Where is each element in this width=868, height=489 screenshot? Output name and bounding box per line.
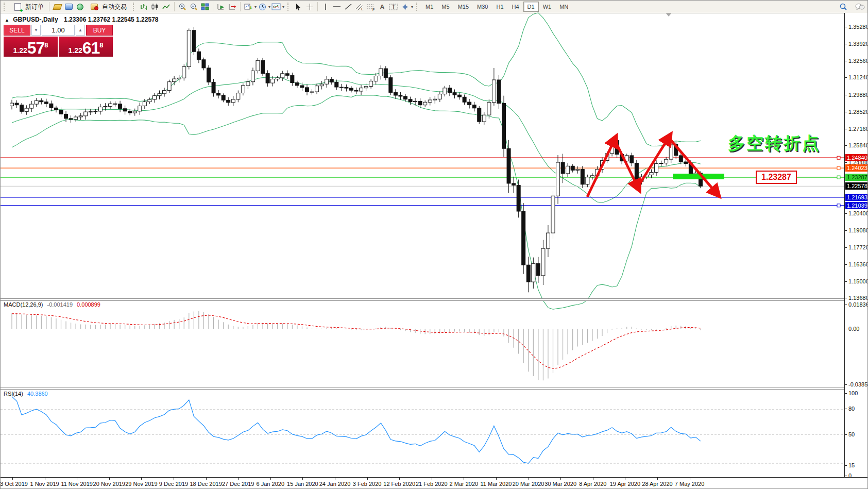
candle-body [369,81,373,86]
date-label: 21 Feb 2020 [416,481,448,487]
buy-button[interactable]: BUY [86,25,113,36]
candle-body [261,60,265,73]
auto-scroll-icon[interactable] [215,2,227,12]
arrows-tool-icon[interactable] [399,2,411,12]
tile-windows-icon[interactable] [199,2,211,12]
chat-icon[interactable] [854,2,865,12]
hline-anchor-1.24023[interactable] [837,166,840,170]
zoom-in-icon[interactable] [177,2,188,12]
price-tick [845,27,847,27]
candle-body [546,233,550,248]
metaeditor-icon[interactable] [52,2,63,12]
autotrading-button[interactable]: 自动交易 [86,2,130,12]
timeframe-M1[interactable]: M1 [421,2,437,12]
new-order-button[interactable]: 新订单 [9,2,47,12]
sell-price[interactable]: 1.22578 [4,37,58,57]
zigzag-segment[interactable] [669,138,717,193]
terminal-icon[interactable] [63,2,74,12]
fibonacci-tool-icon[interactable]: F [365,2,377,12]
timeframe-group: M1M5M15M30H1H4D1W1MN [421,2,572,12]
svg-text:+: + [249,5,252,10]
turning-point-annotation[interactable]: 多空转折点 [728,132,821,155]
green-highlight-box[interactable] [673,174,724,179]
candle-body [315,86,319,92]
candle-body [448,88,451,93]
text-tool-icon[interactable]: A [377,2,388,12]
buy-price[interactable]: 1.22618 [59,37,113,57]
channel-tool-icon[interactable]: E [354,2,365,12]
timeframe-W1[interactable]: W1 [539,2,556,12]
volume-increase-button[interactable]: ▲ [76,25,85,36]
svg-text:T: T [392,4,395,10]
price-axis[interactable]: 1.352801.339201.325601.312401.298801.285… [844,13,868,477]
candle-body [163,91,166,94]
candle-body [54,108,58,110]
line-chart-icon[interactable] [161,2,172,12]
zigzag-segment[interactable] [638,138,669,187]
candle-body [517,186,520,211]
candle-body [458,95,462,97]
collapse-panel-icon[interactable]: ▲ [5,18,9,23]
candle-body [182,66,186,78]
price-callout-label[interactable]: 1.23287 [756,171,797,184]
profiles-icon[interactable] [257,2,268,12]
timeframe-M30[interactable]: M30 [473,2,492,12]
search-icon[interactable] [838,2,849,12]
timeframe-M15[interactable]: M15 [454,2,473,12]
toolbar-grip[interactable] [4,3,7,11]
date-axis[interactable]: 23 Oct 20191 Nov 201911 Nov 201920 Nov 2… [1,477,868,489]
chart-shift-marker[interactable] [666,13,671,16]
candle-body [310,92,314,92]
volume-decrease-button[interactable]: ▼ [31,25,41,36]
volume-input[interactable]: 1.00 [42,25,75,36]
templates-icon[interactable] [270,2,282,12]
news-icon[interactable] [74,2,86,12]
svg-text:F: F [372,8,375,11]
new-order-label: 新订单 [25,3,44,11]
bar-chart-icon[interactable] [138,2,149,12]
date-label: 1 Nov 2019 [30,481,59,487]
hline-anchor-1.24840[interactable] [837,156,840,159]
zigzag-segment[interactable] [615,140,638,187]
timeframe-H4[interactable]: H4 [508,2,523,12]
candle-body [15,103,19,105]
candle-body [49,104,53,108]
price-tick [845,61,847,61]
candle-body [335,82,338,87]
new-chart-icon[interactable]: + [243,2,254,12]
timeframe-D1[interactable]: D1 [523,2,539,12]
arrows-dropdown[interactable]: ▾ [411,5,413,9]
candle-body [281,74,284,78]
chart-shift-icon[interactable] [227,2,238,12]
date-tick [593,478,593,480]
candle-body [669,144,673,159]
cursor-icon[interactable] [293,2,304,12]
candle-body [44,102,48,104]
hline-anchor-1.23287[interactable] [837,176,840,179]
templates-dropdown[interactable]: ▾ [282,5,284,9]
timeframe-M5[interactable]: M5 [437,2,453,12]
candle-body [502,104,506,149]
sell-button[interactable]: SELL [4,25,30,36]
ohlc-values: 1.23306 1.23762 1.22545 1.22578 [64,16,159,23]
timeframe-MN[interactable]: MN [555,2,572,12]
candle-body [20,105,24,112]
text-label-tool-icon[interactable]: T [388,2,399,12]
timeframe-H1[interactable]: H1 [492,2,507,12]
candle-body [74,117,78,120]
candle-body [665,159,668,163]
main-chart[interactable] [1,13,845,299]
rsi-panel[interactable] [1,389,845,477]
candle-body [409,99,412,102]
trendline-tool-icon[interactable] [343,2,354,12]
zoom-out-icon[interactable] [188,2,199,12]
hline-anchor-1.21039[interactable] [837,204,840,207]
crosshair-icon[interactable] [304,2,315,12]
macd-panel[interactable] [1,300,845,387]
price-tick [845,264,847,265]
horizontal-line-tool-icon[interactable] [331,2,343,12]
candle-body [197,52,200,60]
vertical-line-tool-icon[interactable] [320,2,331,12]
candlestick-chart-icon[interactable] [149,2,161,12]
candlestick-series [10,27,703,293]
